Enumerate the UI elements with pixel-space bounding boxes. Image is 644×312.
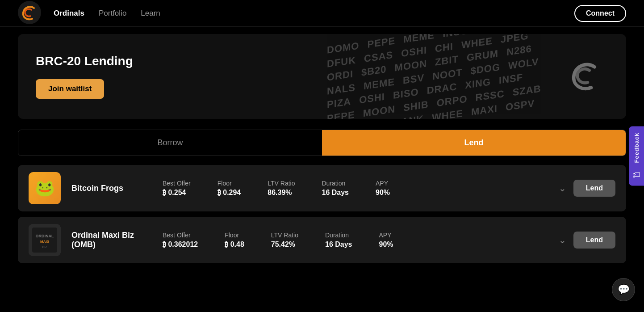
nav-portfolio[interactable]: Portfolio xyxy=(99,9,126,18)
stat-floor-omb: Floor ₿ 0.48 xyxy=(225,232,244,249)
listing-actions-ordinal-maxi-biz: ⌄ Lend xyxy=(559,232,615,249)
best-offer-label: Best Offer xyxy=(163,180,191,187)
apy-value-omb: 90% xyxy=(379,240,393,249)
stat-ltv-omb: LTV Ratio 75.42% xyxy=(271,232,298,249)
svg-text:ORDINAL: ORDINAL xyxy=(36,234,54,238)
duration-label: Duration xyxy=(322,180,349,187)
tag-icon: 🏷 xyxy=(632,170,640,179)
feedback-label: Feedback xyxy=(633,133,640,163)
brc20-lending-banner: BRC-20 Lending Join waitlist DOMOPEPEMEM… xyxy=(18,34,626,119)
listing-name-ordinal-maxi-biz: Ordinal Maxi Biz (OMB) xyxy=(71,231,152,249)
duration-value: 16 Days xyxy=(322,189,349,197)
lend-button-bitcoin-frogs[interactable]: Lend xyxy=(573,180,615,197)
borrow-lend-tabs: Borrow Lend xyxy=(18,130,626,156)
stat-duration-omb: Duration 16 Days xyxy=(325,232,352,249)
stat-best-offer-omb: Best Offer ₿ 0.362012 xyxy=(163,232,198,249)
listing-image-ordinal-maxi-biz: ORDINAL MAXI BIZ xyxy=(29,224,61,256)
lend-button-ordinal-maxi-biz[interactable]: Lend xyxy=(573,232,615,249)
tab-lend[interactable]: Lend xyxy=(322,130,626,156)
apy-value: 90% xyxy=(376,189,390,197)
duration-label-omb: Duration xyxy=(325,232,352,239)
chevron-down-icon[interactable]: ⌄ xyxy=(559,183,566,194)
listing-stats-ordinal-maxi-biz: Best Offer ₿ 0.362012 Floor ₿ 0.48 LTV R… xyxy=(163,232,548,249)
navbar: Ordinals Portfolio Learn Connect xyxy=(0,0,644,27)
connect-button[interactable]: Connect xyxy=(574,5,626,22)
floor-label: Floor xyxy=(217,180,241,187)
svg-point-0 xyxy=(18,1,41,24)
listing-actions-bitcoin-frogs: ⌄ Lend xyxy=(559,180,615,197)
tab-borrow[interactable]: Borrow xyxy=(18,130,322,156)
ltv-value: 86.39% xyxy=(268,189,295,197)
banner-words-overlay: DOMOPEPEMEMEINSCORPOMAXI DFUKCSASOSHICHI… xyxy=(278,34,590,119)
best-offer-label-omb: Best Offer xyxy=(163,232,198,239)
svg-text:BIZ: BIZ xyxy=(42,245,48,249)
svg-text:MAXI: MAXI xyxy=(40,240,49,244)
best-offer-value-omb: ₿ 0.362012 xyxy=(163,240,198,249)
listing-name-bitcoin-frogs: Bitcoin Frogs xyxy=(71,184,152,193)
nav-ordinals[interactable]: Ordinals xyxy=(54,9,84,18)
ltv-value-omb: 75.42% xyxy=(271,240,298,249)
nav-learn[interactable]: Learn xyxy=(141,9,160,18)
listing-image-bitcoin-frogs: 🐸 xyxy=(29,172,61,204)
maxi-thumbnail: ORDINAL MAXI BIZ xyxy=(29,224,61,256)
join-waitlist-button[interactable]: Join waitlist xyxy=(36,79,104,99)
floor-value-omb: ₿ 0.48 xyxy=(225,240,244,249)
duration-value-omb: 16 Days xyxy=(325,240,352,249)
nav-links: Ordinals Portfolio Learn xyxy=(54,9,574,18)
banner-text: BRC-20 Lending Join waitlist xyxy=(18,54,151,99)
chat-icon: 💬 xyxy=(618,284,630,295)
frog-emoji: 🐸 xyxy=(29,172,61,204)
ltv-label: LTV Ratio xyxy=(268,180,295,187)
stat-floor: Floor ₿ 0.294 xyxy=(217,180,241,197)
stat-apy: APY 90% xyxy=(376,180,390,197)
listing-ordinal-maxi-biz: ORDINAL MAXI BIZ Ordinal Maxi Biz (OMB) … xyxy=(18,217,626,263)
stat-ltv: LTV Ratio 86.39% xyxy=(268,180,295,197)
floor-label-omb: Floor xyxy=(225,232,244,239)
feedback-sidebar[interactable]: Feedback 🏷 xyxy=(629,126,644,186)
stat-best-offer: Best Offer ₿ 0.254 xyxy=(163,180,191,197)
ltv-label-omb: LTV Ratio xyxy=(271,232,298,239)
chat-button[interactable]: 💬 xyxy=(612,278,635,301)
listing-bitcoin-frogs: 🐸 Bitcoin Frogs Best Offer ₿ 0.254 Floor… xyxy=(18,165,626,211)
floor-value: ₿ 0.294 xyxy=(217,189,241,197)
banner-logo xyxy=(564,53,608,100)
apy-label: APY xyxy=(376,180,390,187)
best-offer-value: ₿ 0.254 xyxy=(163,189,191,197)
stat-duration: Duration 16 Days xyxy=(322,180,349,197)
listing-stats-bitcoin-frogs: Best Offer ₿ 0.254 Floor ₿ 0.294 LTV Rat… xyxy=(163,180,548,197)
apy-label-omb: APY xyxy=(379,232,393,239)
listings-container: 🐸 Bitcoin Frogs Best Offer ₿ 0.254 Floor… xyxy=(18,165,626,263)
banner-title: BRC-20 Lending xyxy=(36,54,133,68)
stat-apy-omb: APY 90% xyxy=(379,232,393,249)
chevron-down-icon-omb[interactable]: ⌄ xyxy=(559,235,566,245)
logo[interactable] xyxy=(18,1,41,26)
